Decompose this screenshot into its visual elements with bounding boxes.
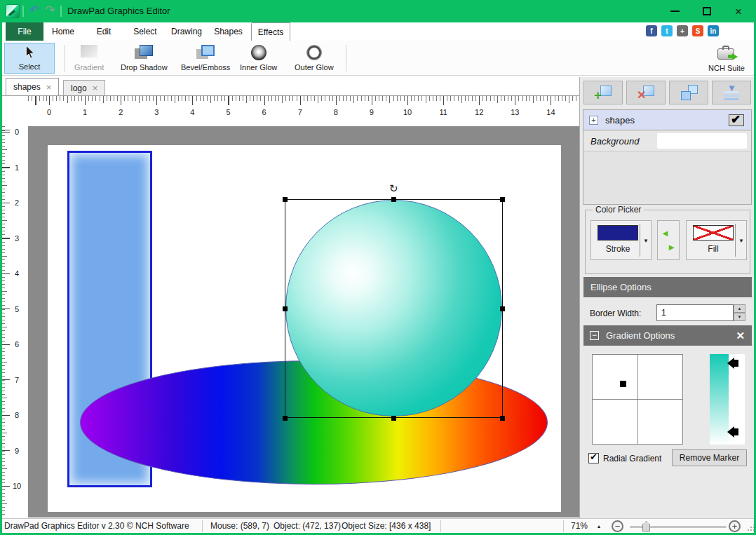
stroke-dropdown-icon[interactable]: ▼ [643, 238, 649, 244]
select-tool-button[interactable]: Select [4, 43, 55, 74]
remove-marker-button[interactable]: Remove Marker [672, 449, 747, 466]
minimize-button[interactable] [663, 0, 687, 22]
drop-shadow-button[interactable]: Drop Shadow [116, 43, 172, 74]
doc-tab-logo[interactable]: logo × [63, 80, 105, 95]
duplicate-layer-button[interactable] [669, 81, 708, 104]
tab-drawing[interactable]: Drawing [166, 22, 208, 41]
nch-suite-button[interactable]: NCH Suite [706, 43, 748, 74]
gradient-stop-marker-top[interactable] [727, 358, 740, 369]
linkedin-icon[interactable]: in [708, 25, 719, 36]
cursor-icon [24, 46, 35, 62]
ruler-label: 4 [15, 269, 19, 278]
add-layer-button[interactable]: + [583, 81, 623, 104]
inner-glow-icon [251, 45, 266, 60]
gradient-stop-marker-bottom[interactable] [727, 426, 740, 438]
divider [735, 224, 736, 257]
tab-home[interactable]: Home [43, 22, 83, 41]
select-tool-label: Select [19, 62, 41, 71]
twitter-icon[interactable]: t [661, 25, 673, 36]
merge-layers-button[interactable]: ▼ [712, 81, 751, 104]
close-section-icon[interactable]: ✕ [736, 330, 745, 342]
maximize-button[interactable] [695, 0, 719, 22]
selection-handle-e[interactable] [500, 306, 505, 311]
ruler-label: 3 [154, 108, 158, 116]
expand-icon[interactable]: + [589, 116, 598, 125]
collapse-icon[interactable]: − [590, 331, 599, 340]
zoom-caret-icon[interactable]: ▴ [598, 523, 600, 529]
selection-handle-nw[interactable] [283, 197, 288, 202]
border-width-input[interactable]: 1 [656, 304, 734, 321]
fill-dropdown-icon[interactable]: ▼ [738, 238, 744, 244]
selection-handle-n[interactable] [391, 197, 396, 202]
gradient-preview-bar[interactable] [710, 354, 729, 445]
stroke-color-button[interactable]: Stroke ▼ [590, 220, 652, 260]
undo-icon[interactable]: ↶ [29, 3, 39, 18]
close-icon: × [735, 6, 742, 18]
swap-colors-button[interactable]: ◄ ► [657, 220, 680, 260]
object-size: Object Size: [436 x 438] [342, 521, 431, 531]
delete-layer-button[interactable]: ✕ [626, 81, 666, 104]
layer-visibility-checkbox[interactable]: ✔ [729, 114, 744, 126]
facebook-icon[interactable]: f [646, 25, 657, 36]
window-title: DrawPad Graphics Editor [67, 6, 170, 16]
title-bar: ↶ ↷ DrawPad Graphics Editor × [0, 0, 756, 22]
gradient-center-marker[interactable] [620, 381, 626, 387]
ruler-label: 4 [190, 108, 194, 116]
fill-label: Fill [687, 244, 740, 254]
tab-shapes[interactable]: Shapes [208, 22, 249, 41]
tab-select[interactable]: Select [125, 22, 166, 41]
spin-down-button[interactable]: ▼ [734, 313, 745, 321]
close-tab-icon[interactable]: × [93, 83, 98, 93]
tab-file[interactable]: File [6, 22, 43, 41]
rotate-handle-icon[interactable]: ↻ [389, 183, 398, 194]
gradient-center-grid[interactable] [592, 354, 683, 445]
spin-up-button[interactable]: ▲ [734, 304, 745, 313]
gradient-button[interactable]: Gradient [70, 43, 108, 74]
zoom-slider-thumb[interactable] [642, 521, 650, 531]
canvas-viewport[interactable]: ↻ [28, 126, 579, 517]
ruler-label: 1 [83, 108, 87, 116]
ribbon-tab-bar: File Home Edit Select Drawing Shapes Eff… [0, 22, 756, 41]
layer-row-shapes[interactable]: + shapes ✔ [583, 110, 751, 130]
stumbleupon-icon[interactable]: S [692, 25, 703, 36]
selection-handle-sw[interactable] [283, 416, 288, 421]
ruler-label: 6 [262, 108, 266, 116]
mouse-coordinates: Mouse: (589, 7) [210, 521, 269, 531]
gradient-options-header: − Gradient Options ✕ [583, 325, 752, 346]
check-icon: ✔ [590, 452, 598, 462]
background-color-swatch[interactable] [657, 133, 747, 149]
selection-handle-w[interactable] [283, 306, 288, 311]
app-icon [6, 4, 20, 18]
close-tab-icon[interactable]: × [46, 82, 52, 93]
layer-row-background[interactable]: Background [583, 131, 751, 151]
zoom-level[interactable]: 71% [571, 521, 588, 531]
fill-color-button[interactable]: Fill ▼ [686, 220, 747, 260]
redo-icon[interactable]: ↷ [45, 3, 55, 18]
ruler-corner [0, 96, 28, 126]
bevel-emboss-button[interactable]: Bevel/Emboss [177, 43, 234, 74]
zoom-out-button[interactable]: − [612, 520, 623, 532]
drop-shadow-label: Drop Shadow [121, 63, 168, 72]
ruler-label: 6 [15, 340, 19, 348]
tab-edit[interactable]: Edit [83, 22, 125, 41]
outer-glow-button[interactable]: Outer Glow [290, 43, 338, 74]
radial-gradient-checkbox[interactable]: ✔ [588, 453, 599, 463]
tab-effects[interactable]: Effects [251, 22, 290, 41]
selection-box [285, 199, 503, 418]
selection-handle-ne[interactable] [500, 197, 505, 202]
inner-glow-button[interactable]: Inner Glow [236, 43, 281, 74]
ellipse-options-title: Ellipse Options [590, 282, 652, 292]
canvas-page[interactable]: ↻ [48, 145, 561, 512]
resize-grip[interactable] [747, 524, 754, 531]
zoom-in-button[interactable]: + [729, 520, 741, 532]
close-button[interactable]: × [727, 0, 750, 22]
googleplus-icon[interactable]: + [677, 25, 688, 36]
nch-suite-label: NCH Suite [708, 64, 745, 72]
outer-glow-label: Outer Glow [295, 63, 334, 72]
toolbar-separator [346, 45, 346, 72]
selection-handle-se[interactable] [500, 416, 505, 421]
selection-handle-s[interactable] [391, 416, 396, 421]
swap-left-arrow-icon: ◄ [661, 228, 670, 238]
doc-tab-shapes[interactable]: shapes × [6, 78, 59, 95]
ruler-label: 8 [334, 108, 338, 116]
